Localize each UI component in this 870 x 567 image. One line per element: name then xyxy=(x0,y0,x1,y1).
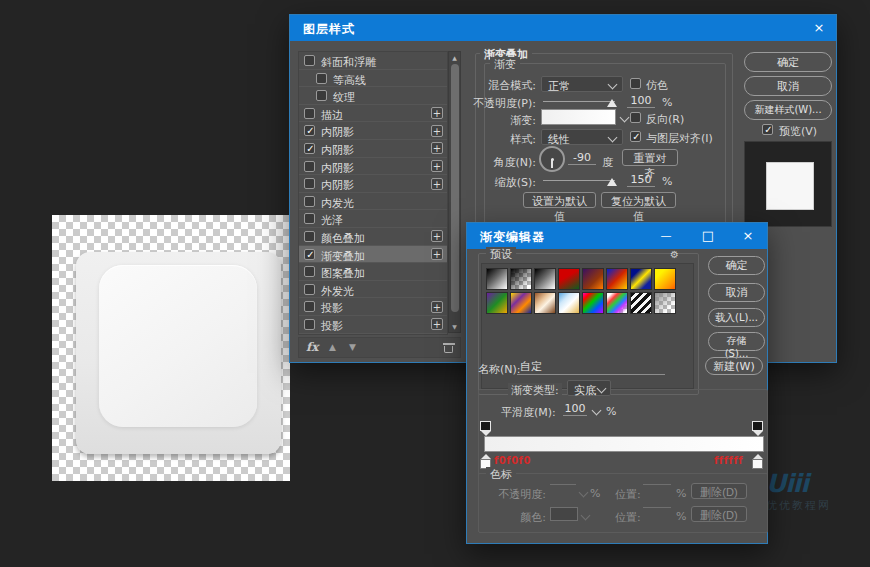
gradient-preset-red-green[interactable] xyxy=(558,268,580,290)
gradient-preset-blue-red-yellow[interactable] xyxy=(606,268,628,290)
blend-mode-select[interactable]: 正常 xyxy=(541,76,623,92)
style-list-item[interactable]: 等高线 xyxy=(299,70,447,88)
ok-button[interactable]: 确定 xyxy=(708,256,765,275)
gradient-type-select[interactable]: 实底 xyxy=(567,380,611,396)
style-checkbox[interactable] xyxy=(304,108,315,119)
style-list-item[interactable]: 内发光 xyxy=(299,193,447,211)
style-checkbox[interactable] xyxy=(304,143,315,154)
add-instance-icon[interactable]: + xyxy=(431,230,443,242)
style-checkbox[interactable] xyxy=(304,249,315,260)
close-icon[interactable]: × xyxy=(739,228,757,244)
opacity-value[interactable]: 100 xyxy=(627,94,655,108)
scale-value[interactable]: 150 xyxy=(627,173,655,187)
layer-style-titlebar[interactable]: 图层样式 × xyxy=(290,15,836,41)
cancel-button[interactable]: 取消 xyxy=(708,283,765,302)
gradient-preset-foreground-to-transparent[interactable] xyxy=(510,268,532,290)
add-instance-icon[interactable]: + xyxy=(431,318,443,330)
gradient-preset-copper[interactable] xyxy=(534,292,556,314)
opacity-stop-right[interactable] xyxy=(752,421,763,436)
add-instance-icon[interactable]: + xyxy=(431,142,443,154)
style-checkbox[interactable] xyxy=(304,178,315,189)
maximize-icon[interactable]: □ xyxy=(699,228,717,244)
align-with-layer-checkbox[interactable] xyxy=(630,131,641,142)
style-list-item[interactable]: 内阴影+ xyxy=(299,140,447,158)
style-checkbox[interactable] xyxy=(304,319,315,330)
fx-icon[interactable]: fx xyxy=(306,340,318,354)
document-canvas[interactable] xyxy=(52,215,290,481)
style-list-item[interactable]: 渐变叠加+ xyxy=(299,246,447,264)
scale-slider[interactable] xyxy=(543,176,615,186)
angle-dial[interactable] xyxy=(539,146,565,172)
save-button[interactable]: 存储(S)... xyxy=(708,332,765,351)
delete-style-icon[interactable] xyxy=(444,343,453,353)
stop-opacity-value[interactable] xyxy=(550,484,576,485)
gradient-preset-foreground-to-background[interactable] xyxy=(486,268,508,290)
gradient-preset-violet-orange[interactable] xyxy=(582,268,604,290)
style-checkbox[interactable] xyxy=(304,266,315,277)
gradient-preset-black-white[interactable] xyxy=(534,268,556,290)
style-checkbox[interactable] xyxy=(304,301,315,312)
style-list-item[interactable]: 斜面和浮雕 xyxy=(299,52,447,70)
style-list-item[interactable]: 纹理 xyxy=(299,87,447,105)
cancel-button[interactable]: 取消 xyxy=(744,76,832,96)
add-instance-icon[interactable]: + xyxy=(431,178,443,190)
gradient-preset-transparent-rainbow[interactable] xyxy=(606,292,628,314)
gradient-preset-violet-green-orange[interactable] xyxy=(486,292,508,314)
style-checkbox[interactable] xyxy=(304,213,315,224)
style-checkbox[interactable] xyxy=(316,90,327,101)
scroll-up-icon[interactable]: ▲ xyxy=(449,54,460,61)
reverse-checkbox[interactable] xyxy=(630,112,641,123)
style-checkbox[interactable] xyxy=(304,231,315,242)
gradient-preset-zebra-stripes[interactable] xyxy=(630,292,652,314)
load-button[interactable]: 载入(L)... xyxy=(708,308,765,327)
preview-checkbox[interactable] xyxy=(762,124,773,135)
delete-opacity-stop-button[interactable]: 删除(D) xyxy=(691,483,747,499)
gradient-preset-yellow-orange[interactable] xyxy=(654,268,676,290)
gradient-preset-chrome[interactable] xyxy=(558,292,580,314)
stop-position-value[interactable] xyxy=(643,484,671,485)
stop-position-value2[interactable] xyxy=(643,507,671,508)
style-list-item[interactable]: 外发光 xyxy=(299,281,447,299)
add-instance-icon[interactable]: + xyxy=(431,125,443,137)
smoothness-value[interactable]: 100 xyxy=(563,402,587,416)
style-list-item[interactable]: 颜色叠加+ xyxy=(299,228,447,246)
angle-value[interactable]: -90 xyxy=(568,151,596,165)
style-checkbox[interactable] xyxy=(304,196,315,207)
gradient-editor-titlebar[interactable]: 渐变编辑器 — □ × xyxy=(467,223,767,249)
style-checkbox[interactable] xyxy=(304,284,315,295)
style-checkbox[interactable] xyxy=(304,161,315,172)
style-list-item[interactable]: 图案叠加 xyxy=(299,263,447,281)
gradient-preset-yellow-violet-orange-blue[interactable] xyxy=(510,292,532,314)
color-stop-right[interactable] xyxy=(752,454,763,469)
set-default-button[interactable]: 设置为默认值 xyxy=(523,192,596,208)
gradient-preset-spectrum[interactable] xyxy=(582,292,604,314)
close-icon[interactable]: × xyxy=(810,20,828,36)
style-checkbox[interactable] xyxy=(316,73,327,84)
gradient-preview-bar[interactable] xyxy=(484,436,764,452)
scroll-down-icon[interactable]: ▼ xyxy=(449,323,460,330)
new-gradient-button[interactable]: 新建(W) xyxy=(705,357,763,375)
reset-align-button[interactable]: 重置对齐 xyxy=(622,149,678,166)
style-checkbox[interactable] xyxy=(304,125,315,136)
move-up-icon[interactable]: ▲ xyxy=(329,342,336,352)
gradient-preset-neutral-density[interactable] xyxy=(654,292,676,314)
opacity-stop-left[interactable] xyxy=(480,421,491,436)
name-input[interactable]: 自定 xyxy=(517,359,665,375)
new-style-button[interactable]: 新建样式(W)... xyxy=(744,100,832,120)
reset-default-button[interactable]: 复位为默认值 xyxy=(601,192,676,208)
ok-button[interactable]: 确定 xyxy=(744,52,832,72)
style-checkbox[interactable] xyxy=(304,55,315,66)
minimize-icon[interactable]: — xyxy=(657,228,675,244)
add-instance-icon[interactable]: + xyxy=(431,107,443,119)
gradient-swatch[interactable] xyxy=(541,109,616,125)
style-list-scrollbar[interactable]: ▲ ▼ xyxy=(448,51,461,333)
add-instance-icon[interactable]: + xyxy=(431,160,443,172)
style-select[interactable]: 线性 xyxy=(541,129,623,145)
style-list-item[interactable]: 描边+ xyxy=(299,105,447,123)
style-list-item[interactable]: 投影+ xyxy=(299,298,447,316)
delete-color-stop-button[interactable]: 删除(D) xyxy=(691,506,747,522)
add-instance-icon[interactable]: + xyxy=(431,301,443,313)
add-instance-icon[interactable]: + xyxy=(431,248,443,260)
dither-checkbox[interactable] xyxy=(630,78,641,89)
opacity-slider[interactable] xyxy=(543,97,615,107)
